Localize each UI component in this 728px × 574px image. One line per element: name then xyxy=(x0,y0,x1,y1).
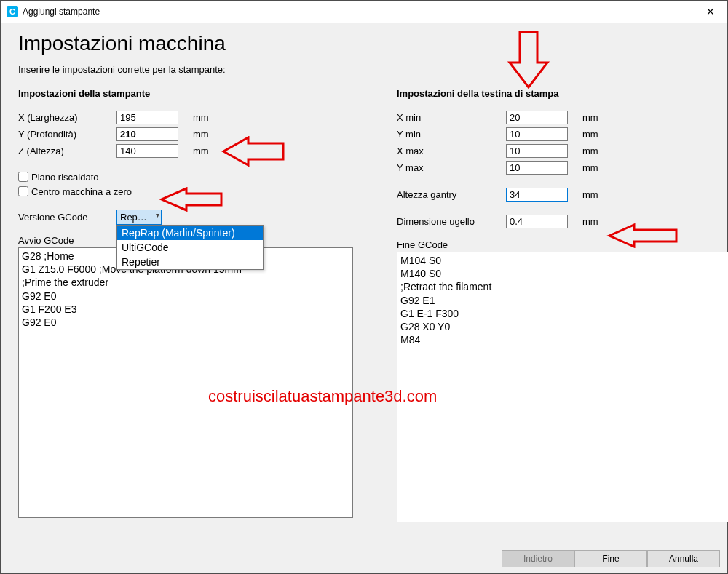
gcode-version-row: Versione GCode Rep… RepRap (Marlin/Sprin… xyxy=(18,209,353,225)
xmax-label: X max xyxy=(397,146,506,156)
center-zero-label: Centro macchina a zero xyxy=(31,186,132,197)
gantry-label: Altezza gantry xyxy=(397,189,506,200)
unit-mm: mm xyxy=(582,112,598,123)
heated-bed-checkbox[interactable] xyxy=(18,172,28,182)
xmin-row: X min mm xyxy=(397,109,728,125)
ymin-label: Y min xyxy=(397,129,506,140)
z-height-row: Z (Altezza) mm xyxy=(18,143,353,159)
unit-mm: mm xyxy=(582,146,598,156)
nozzle-input[interactable] xyxy=(506,215,568,228)
finish-button[interactable]: Fine xyxy=(574,550,647,567)
end-gcode-label: Fine GCode xyxy=(397,239,728,250)
gantry-input[interactable] xyxy=(506,188,568,202)
end-gcode-textarea[interactable] xyxy=(397,252,728,522)
nozzle-label: Dimensione ugello xyxy=(397,216,506,227)
unit-mm: mm xyxy=(193,112,209,123)
app-icon: C xyxy=(7,6,18,17)
close-icon[interactable]: ✕ xyxy=(694,1,727,23)
center-zero-row: Centro macchina a zero xyxy=(18,184,353,199)
unit-mm: mm xyxy=(193,146,209,156)
printhead-settings-heading: Impostazioni della testina di stampa xyxy=(397,88,728,99)
ymax-label: Y max xyxy=(397,162,506,173)
xmax-row: X max mm xyxy=(397,143,728,159)
window-title: Aggiungi stampante xyxy=(23,7,694,17)
x-width-label: X (Larghezza) xyxy=(18,112,116,123)
x-width-input[interactable] xyxy=(116,111,178,124)
content-area: Impostazioni macchina Inserire le impost… xyxy=(1,23,727,546)
heated-bed-label: Piano riscaldato xyxy=(31,172,99,183)
printer-settings-column: Impostazioni della stampante X (Larghezz… xyxy=(18,88,353,525)
ymax-input[interactable] xyxy=(506,161,568,175)
dialog-window: C Aggiungi stampante ✕ Impostazioni macc… xyxy=(0,0,728,574)
gcode-version-label: Versione GCode xyxy=(18,212,116,223)
ymin-row: Y min mm xyxy=(397,126,728,142)
gcode-version-select[interactable]: Rep… xyxy=(116,210,162,225)
unit-mm: mm xyxy=(582,162,598,173)
xmin-label: X min xyxy=(397,112,506,123)
gcode-option-reprap[interactable]: RepRap (Marlin/Sprinter) xyxy=(117,226,263,240)
heated-bed-row: Piano riscaldato xyxy=(18,170,353,184)
unit-mm: mm xyxy=(582,216,598,227)
gantry-row: Altezza gantry mm xyxy=(397,186,728,202)
x-width-row: X (Larghezza) mm xyxy=(18,109,353,125)
button-bar: Indietro Fine Annulla xyxy=(1,546,727,573)
unit-mm: mm xyxy=(582,129,598,140)
z-height-label: Z (Altezza) xyxy=(18,146,116,156)
z-height-input[interactable] xyxy=(116,144,178,158)
center-zero-checkbox[interactable] xyxy=(18,186,28,196)
titlebar: C Aggiungi stampante ✕ xyxy=(1,1,727,23)
ymin-input[interactable] xyxy=(506,127,568,141)
xmin-input[interactable] xyxy=(506,111,568,124)
page-subtitle: Inserire le impostazioni corrette per la… xyxy=(18,64,710,75)
xmax-input[interactable] xyxy=(506,144,568,158)
page-title: Impostazioni macchina xyxy=(18,32,710,55)
cancel-button[interactable]: Annulla xyxy=(647,550,720,567)
unit-mm: mm xyxy=(193,129,209,140)
gcode-option-repetier[interactable]: Repetier xyxy=(117,255,263,269)
gcode-option-ultigcode[interactable]: UltiGCode xyxy=(117,240,263,255)
y-depth-row: Y (Profondità) mm xyxy=(18,126,353,142)
ymax-row: Y max mm xyxy=(397,159,728,175)
unit-mm: mm xyxy=(582,189,598,200)
nozzle-row: Dimensione ugello mm xyxy=(397,213,728,229)
gcode-version-dropdown: RepRap (Marlin/Sprinter) UltiGCode Repet… xyxy=(116,225,264,270)
printer-settings-heading: Impostazioni della stampante xyxy=(18,88,353,99)
printhead-settings-column: Impostazioni della testina di stampa X m… xyxy=(397,88,728,525)
y-depth-label: Y (Profondità) xyxy=(18,129,116,140)
back-button[interactable]: Indietro xyxy=(502,550,574,567)
start-gcode-textarea[interactable] xyxy=(18,247,353,518)
y-depth-input[interactable] xyxy=(116,127,178,141)
